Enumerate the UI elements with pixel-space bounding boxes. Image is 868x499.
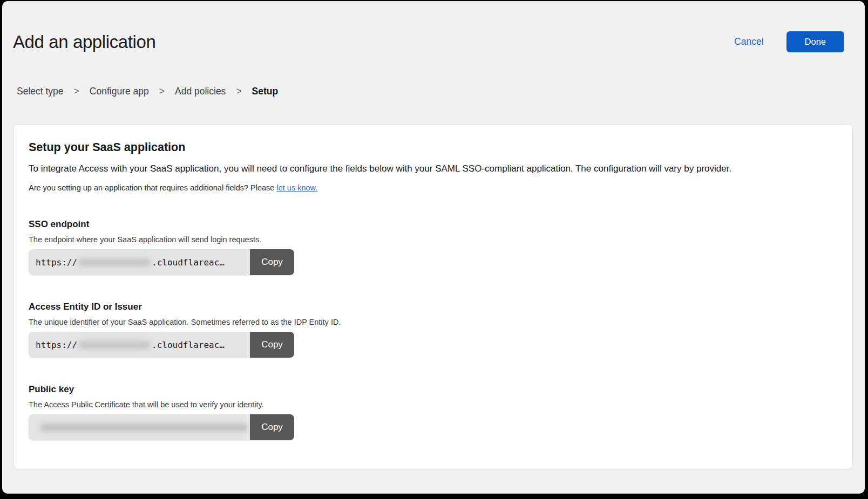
setup-card: Setup your SaaS application To integrate… bbox=[13, 124, 853, 469]
access-entity-id-section: Access Entity ID or Issuer The unique id… bbox=[29, 302, 837, 358]
done-button[interactable]: Done bbox=[786, 31, 844, 52]
card-note: Are you setting up an application that r… bbox=[29, 183, 837, 192]
card-intro: To integrate Access with your SaaS appli… bbox=[29, 163, 837, 174]
public-key-section: Public key The Access Public Certificate… bbox=[29, 384, 837, 440]
breadcrumb-item-setup: Setup bbox=[252, 86, 279, 97]
redacted-certificate bbox=[40, 423, 248, 432]
field-label: SSO endpoint bbox=[29, 219, 837, 230]
breadcrumb-item-add-policies[interactable]: Add policies bbox=[175, 86, 226, 97]
breadcrumb-separator: > bbox=[74, 86, 79, 97]
redacted-team-name bbox=[78, 258, 151, 266]
header-actions: Cancel Done bbox=[734, 31, 844, 52]
copy-button[interactable]: Copy bbox=[250, 414, 294, 440]
field-description: The Access Public Certificate that will … bbox=[29, 400, 837, 409]
app-window: Add an application Cancel Done Select ty… bbox=[2, 1, 865, 494]
sso-endpoint-row: https://.cloudflareac… Copy bbox=[29, 249, 294, 275]
breadcrumb: Select type > Configure app > Add polici… bbox=[17, 86, 865, 97]
field-description: The unique identifier of your SaaS appli… bbox=[29, 318, 837, 326]
value-prefix: https:// bbox=[36, 340, 77, 350]
copy-button[interactable]: Copy bbox=[250, 332, 294, 358]
value-suffix: .cloudflareac… bbox=[152, 257, 225, 268]
sso-endpoint-section: SSO endpoint The endpoint where your Saa… bbox=[29, 219, 837, 275]
value-prefix: https:// bbox=[36, 257, 77, 268]
cancel-button[interactable]: Cancel bbox=[734, 36, 763, 47]
public-key-row: Copy bbox=[29, 414, 294, 440]
card-title: Setup your SaaS application bbox=[29, 141, 837, 154]
breadcrumb-item-select-type[interactable]: Select type bbox=[17, 86, 64, 97]
page-title: Add an application bbox=[13, 32, 155, 52]
breadcrumb-item-configure-app[interactable]: Configure app bbox=[90, 86, 149, 97]
redacted-team-name bbox=[78, 341, 151, 349]
value-suffix: .cloudflareac… bbox=[152, 340, 225, 350]
let-us-know-link[interactable]: let us know. bbox=[276, 183, 317, 192]
sso-endpoint-value: https://.cloudflareac… bbox=[29, 249, 250, 275]
copy-button[interactable]: Copy bbox=[250, 249, 294, 275]
field-label: Public key bbox=[29, 384, 837, 395]
field-description: The endpoint where your SaaS application… bbox=[29, 235, 837, 244]
field-label: Access Entity ID or Issuer bbox=[29, 302, 837, 312]
breadcrumb-separator: > bbox=[236, 86, 241, 97]
access-entity-id-row: https://.cloudflareac… Copy bbox=[29, 332, 294, 358]
access-entity-id-value: https://.cloudflareac… bbox=[29, 332, 250, 358]
note-text: Are you setting up an application that r… bbox=[29, 183, 276, 192]
page-header: Add an application Cancel Done bbox=[2, 1, 865, 52]
public-key-value bbox=[29, 414, 250, 440]
breadcrumb-separator: > bbox=[159, 86, 165, 97]
